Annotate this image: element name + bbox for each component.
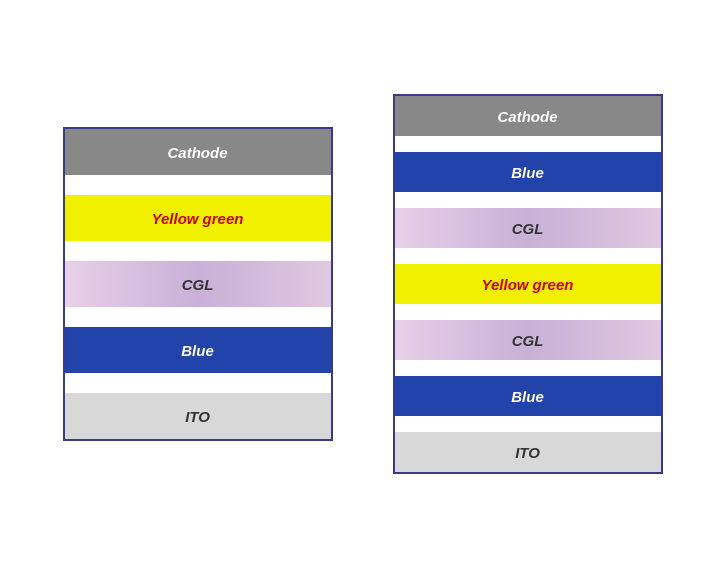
small-cgl-layer: CGL [65,261,331,307]
large-diagram: Cathode Blue CGL Yellow green CGL Blue I… [393,94,663,474]
large-white-layer-3 [395,248,661,264]
large-cgl-bottom-layer: CGL [395,320,661,360]
small-yellow-green-layer: Yellow green [65,195,331,241]
large-white-layer-2 [395,192,661,208]
large-ito-layer: ITO [395,432,661,472]
small-white-layer-4 [65,373,331,393]
large-white-layer-4 [395,304,661,320]
small-white-layer-1 [65,175,331,195]
small-blue-layer: Blue [65,327,331,373]
small-white-layer-2 [65,241,331,261]
small-diagram: Cathode Yellow green CGL Blue ITO [63,127,333,441]
large-blue-top-layer: Blue [395,152,661,192]
large-blue-bottom-layer: Blue [395,376,661,416]
large-white-layer-1 [395,136,661,152]
large-cathode-layer: Cathode [395,96,661,136]
small-cathode-layer: Cathode [65,129,331,175]
small-ito-layer: ITO [65,393,331,439]
large-yellow-green-layer: Yellow green [395,264,661,304]
large-white-layer-6 [395,416,661,432]
large-white-layer-5 [395,360,661,376]
large-cgl-top-layer: CGL [395,208,661,248]
small-white-layer-3 [65,307,331,327]
